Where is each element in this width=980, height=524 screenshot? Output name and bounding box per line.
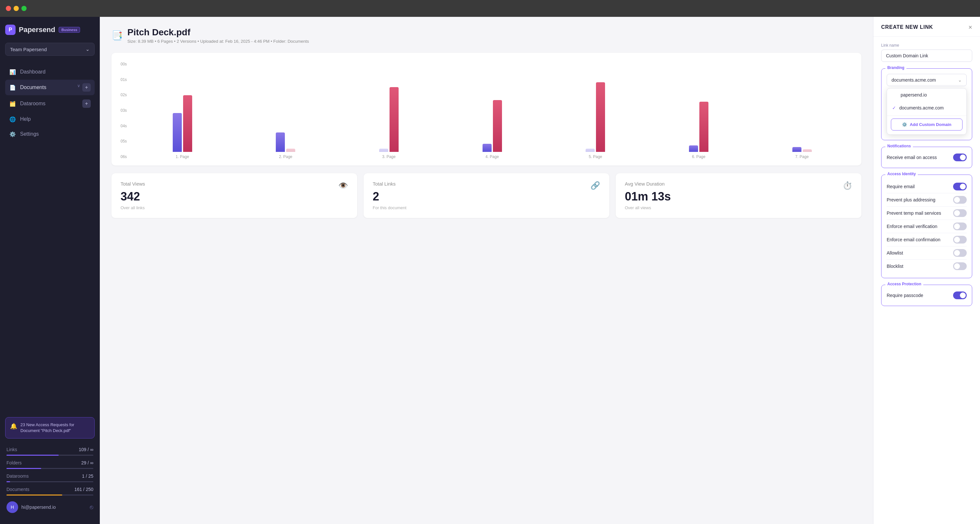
require-email-label: Require email [887, 184, 915, 189]
require-email-row: Require email [887, 180, 967, 193]
folders-value: 29 / ∞ [81, 460, 93, 465]
avg-view-card: Avg View Duration 01m 13s Over all views… [616, 173, 861, 218]
add-document-button[interactable]: + [82, 83, 91, 92]
page-4-label: 4. Page [485, 154, 499, 159]
require-passcode-label: Require passcode [887, 293, 923, 298]
add-domain-label: Add Custom Domain [910, 122, 951, 127]
receive-email-label: Receive email on access [887, 155, 937, 160]
page-1-purple-bar [173, 113, 182, 152]
dashboard-icon: 📊 [9, 68, 16, 75]
allowlist-row: Allowlist [887, 246, 967, 260]
links-bar-bg [6, 455, 93, 456]
user-row: H hi@papersend.io ⎋ [5, 498, 95, 516]
enforce-verification-toggle[interactable] [953, 222, 967, 230]
page-7-group: 7. Page [751, 147, 852, 159]
avg-view-value: 01m 13s [625, 190, 671, 203]
access-protection-section: Access Protection Require passcode [881, 285, 972, 306]
total-links-card: Total Links 2 For this document 🔗 [364, 173, 609, 218]
check-icon: ✓ [892, 105, 896, 110]
documents-chevron-icon[interactable]: ∨ [77, 83, 80, 92]
prevent-temp-toggle[interactable] [953, 209, 967, 217]
add-custom-domain-button[interactable]: ⚙️ Add Custom Domain [891, 119, 963, 130]
branding-option-acme[interactable]: ✓ documents.acme.com [887, 102, 966, 114]
page-6-purple-bar [689, 145, 698, 152]
sidebar-logo: P Papersend Business [5, 25, 95, 35]
team-selector[interactable]: Team Papersend ⌄ [5, 43, 95, 56]
user-email: hi@papersend.io [21, 505, 86, 510]
app-body: P Papersend Business Team Papersend ⌄ 📊 … [0, 17, 980, 524]
document-file-icon: 📑 [111, 30, 123, 41]
chart-container: 06s 05s 04s 03s 02s 01s 00s 1. Page [111, 53, 861, 165]
close-button[interactable] [6, 6, 11, 11]
logout-icon[interactable]: ⎋ [90, 504, 93, 511]
datarooms-bar [6, 481, 10, 482]
sidebar-item-label: Dashboard [20, 69, 45, 75]
total-links-value: 2 [373, 190, 406, 203]
avg-view-label: Avg View Duration [625, 181, 671, 187]
enforce-verification-label: Enforce email verification [887, 224, 937, 229]
maximize-button[interactable] [21, 6, 27, 11]
require-email-toggle[interactable] [953, 183, 967, 191]
team-name: Team Papersend [10, 47, 47, 52]
sidebar-item-datarooms[interactable]: 🗂️ Datarooms + [5, 96, 95, 111]
page-4-red-bar [493, 100, 502, 152]
sidebar-footer: 🔔 23 New Access Requests for Document "P… [5, 417, 95, 516]
enforce-confirmation-row: Enforce email confirmation [887, 233, 967, 246]
branding-option-label: papersend.io [900, 92, 927, 97]
sidebar-item-documents[interactable]: 📄 Documents ∨ + [5, 80, 95, 95]
total-views-card: Total Views 342 Over all links 👁️ [111, 173, 357, 218]
sidebar-item-label: Help [20, 116, 31, 122]
documents-stat: Documents 161 / 250 [5, 485, 95, 494]
sidebar-item-dashboard[interactable]: 📊 Dashboard [5, 65, 95, 79]
page-4-purple-bar [482, 144, 492, 152]
minimize-button[interactable] [14, 6, 19, 11]
page-2-red-bar [286, 149, 295, 152]
sidebar-item-label: Documents [20, 84, 46, 91]
timer-icon: ⏱️ [843, 181, 852, 190]
datarooms-stat: Datarooms 1 / 25 [5, 472, 95, 481]
link-name-group: Link name [881, 43, 972, 62]
link-name-input[interactable] [881, 49, 972, 62]
blocklist-toggle[interactable] [953, 262, 967, 270]
access-protection-label: Access Protection [885, 282, 923, 286]
sidebar-item-settings[interactable]: ⚙️ Settings [5, 127, 95, 141]
page-3-purple-bar [379, 149, 388, 152]
branding-option-papersend[interactable]: papersend.io [887, 89, 966, 102]
prevent-plus-toggle[interactable] [953, 196, 967, 204]
page-6-label: 6. Page [692, 154, 705, 159]
require-passcode-toggle[interactable] [953, 292, 967, 299]
branding-dropdown-trigger[interactable]: documents.acme.com ⌄ [887, 74, 967, 86]
links-stat: Links 109 / ∞ [5, 445, 95, 454]
close-panel-button[interactable]: × [968, 24, 972, 30]
add-dataroom-button[interactable]: + [82, 99, 91, 108]
branding-section: Branding documents.acme.com ⌄ papersend.… [881, 68, 972, 140]
datarooms-value: 1 / 25 [82, 473, 93, 479]
page-2-group: 2. Page [235, 132, 336, 159]
sidebar-nav: 📊 Dashboard 📄 Documents ∨ + 🗂️ Datarooms… [5, 65, 95, 142]
receive-email-toggle[interactable] [953, 154, 967, 161]
sidebar-item-help[interactable]: 🌐 Help [5, 112, 95, 126]
page-1-label: 1. Page [176, 154, 189, 159]
y-label-5: 05s [121, 139, 127, 143]
prevent-plus-row: Prevent plus addressing [887, 193, 967, 206]
allowlist-toggle[interactable] [953, 249, 967, 257]
documents-value: 161 / 250 [75, 487, 93, 492]
enforce-confirmation-label: Enforce email confirmation [887, 237, 940, 242]
total-links-sub: For this document [373, 205, 406, 210]
access-requests-notification[interactable]: 🔔 23 New Access Requests for Document "P… [5, 417, 95, 438]
logo-icon: P [5, 25, 16, 35]
page-5-purple-bar [585, 149, 595, 152]
enforce-confirmation-toggle[interactable] [953, 236, 967, 243]
add-domain-icon: ⚙️ [902, 122, 907, 127]
links-value: 109 / ∞ [79, 447, 93, 452]
settings-icon: ⚙️ [9, 130, 16, 138]
notification-text: 23 New Access Requests for Document "Pit… [21, 422, 90, 433]
logo-text: Papersend [19, 25, 56, 34]
page-4-group: 4. Page [442, 100, 542, 159]
branding-option-label: documents.acme.com [899, 105, 944, 110]
doc-header: 📑 Pitch Deck.pdf Size: 8.39 MB • 6 Pages… [111, 27, 861, 44]
branding-chevron-icon: ⌄ [958, 78, 962, 83]
panel-body: Link name Branding documents.acme.com ⌄ … [873, 37, 980, 313]
doc-meta: Size: 8.39 MB • 6 Pages • 2 Versions • U… [127, 39, 309, 44]
folders-stat: Folders 29 / ∞ [5, 458, 95, 467]
